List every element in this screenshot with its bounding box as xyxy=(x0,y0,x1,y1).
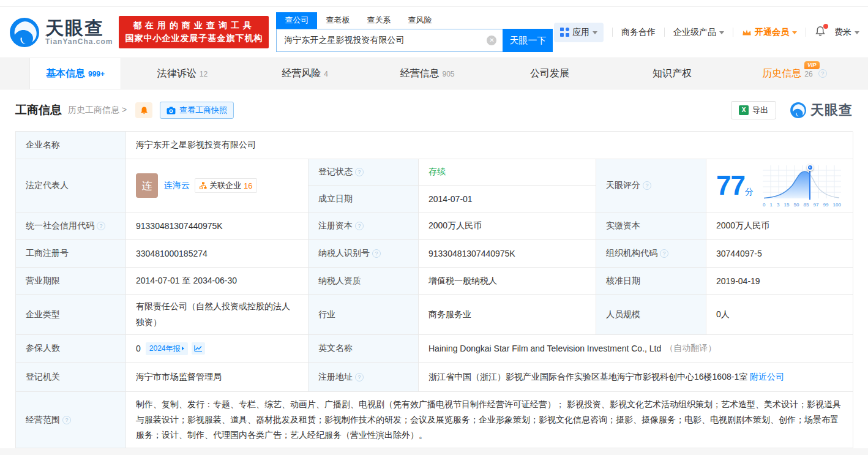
search-input-wrap: ✕ xyxy=(276,29,503,52)
search-button[interactable]: 天眼一下 xyxy=(503,29,553,52)
search-tab-boss[interactable]: 查老板 xyxy=(317,12,358,29)
watermark-text: 天眼查 xyxy=(810,101,853,119)
tab-count: 905 xyxy=(442,70,454,78)
main-content: 工商信息 历史工商信息 > 查看工商快照 X 导出 xyxy=(0,89,868,448)
tab-intellectual-property[interactable]: 知识产权 xyxy=(611,58,733,89)
field-value-paid-capital: 2000万人民币 xyxy=(706,212,853,240)
enterprise-menu[interactable]: 企业级产品 xyxy=(673,27,724,38)
help-icon[interactable]: ? xyxy=(643,181,651,190)
field-label-legal-representative: 法定代表人 xyxy=(16,159,126,212)
field-label-company-type: 企业类型 xyxy=(16,295,126,335)
slogan-line-1: 都在用的商业查询工具 xyxy=(125,20,263,31)
history-business-info-link[interactable]: 历史工商信息 > xyxy=(68,105,127,116)
export-button[interactable]: X 导出 xyxy=(731,101,776,119)
caret-down-icon xyxy=(593,31,597,34)
tianyancha-logo-icon xyxy=(9,17,40,48)
search-box: ✕ 天眼一下 xyxy=(276,29,553,52)
vip-badge: VIP xyxy=(804,61,820,69)
help-icon[interactable]: ? xyxy=(62,416,71,424)
field-label-org-code: 组织机构代码? xyxy=(596,240,706,268)
logo-title: 天眼查 xyxy=(45,19,113,37)
field-value-company-name: 海宁东开之星影视投资有限公司 xyxy=(126,132,853,159)
field-label-registration-number: 工商注册号 xyxy=(16,240,126,268)
header-menu: 应用 商务合作 企业级产品 开通会员 费米 xyxy=(554,23,859,42)
tab-count: 999+ xyxy=(88,70,105,78)
tab-label: 公司发展 xyxy=(530,67,569,80)
tab-company-development[interactable]: 公司发展 xyxy=(488,58,611,89)
field-value-org-code: 30744097-5 xyxy=(706,240,853,268)
cooperation-menu[interactable]: 商务合作 xyxy=(621,27,656,38)
tab-legal-proceedings[interactable]: 法律诉讼 12 xyxy=(121,58,244,89)
search-tab-risk[interactable]: 查风险 xyxy=(399,12,440,29)
field-label-credit-code: 统一社会信用代码? xyxy=(16,212,126,240)
search-input[interactable] xyxy=(277,36,503,45)
user-menu[interactable]: 费米 xyxy=(834,27,859,38)
search-tabs: 查公司 查老板 查关系 查风险 xyxy=(276,12,553,29)
help-icon[interactable]: ? xyxy=(372,249,381,258)
section-title: 工商信息 xyxy=(15,102,62,118)
field-value-business-scope: 制作、复制、发行：专题、专栏、综艺、动画片、广播剧、电视剧（凭有效广播电视节目制… xyxy=(126,392,853,448)
apps-label: 应用 xyxy=(572,27,589,38)
help-icon[interactable]: ? xyxy=(355,168,364,176)
legal-rep-avatar[interactable]: 连 xyxy=(136,173,158,198)
tab-history-info[interactable]: VIP 历史信息 26 ? xyxy=(733,58,856,89)
field-label-approval-date: 核准日期 xyxy=(596,268,706,295)
logo-domain: TianYanCha.com xyxy=(45,37,113,46)
score-chart-ticks: 0131550859799100 xyxy=(763,202,841,208)
field-value-legal-representative: 连 连海云 关联企业 16 xyxy=(126,159,309,212)
field-label-registration-authority: 登记机关 xyxy=(16,363,126,392)
annual-report-badge[interactable]: 2024年报 xyxy=(146,342,188,355)
field-label-tianyan-score: 天眼评分? xyxy=(596,159,706,212)
score-distribution-chart: 0131550859799100 xyxy=(763,164,841,208)
help-icon[interactable]: ? xyxy=(355,222,364,230)
tab-business-info[interactable]: 经营信息 905 xyxy=(366,58,488,89)
field-label-staff-size: 人员规模 xyxy=(596,295,706,335)
tab-basic-info[interactable]: 基本信息 999+ xyxy=(29,58,121,89)
subscribe-bell-button[interactable] xyxy=(135,102,152,118)
field-label-registration-status: 登记状态? xyxy=(309,159,419,186)
auto-translate-note: （自动翻译） xyxy=(665,343,716,354)
related-label: 关联企业 xyxy=(209,180,241,191)
search-tab-company[interactable]: 查公司 xyxy=(276,12,317,29)
search-tab-relation[interactable]: 查关系 xyxy=(358,12,399,29)
field-value-registration-status: 存续 xyxy=(419,159,596,186)
line-chart-icon xyxy=(194,345,203,352)
field-label-business-scope: 经营范围? xyxy=(16,392,126,448)
tab-business-risk[interactable]: 经营风险 4 xyxy=(244,58,366,89)
tab-label: 经营风险 xyxy=(282,67,321,80)
tab-label: 历史信息 xyxy=(762,67,801,80)
business-snapshot-button[interactable]: 查看工商快照 xyxy=(160,102,234,119)
nearby-companies-link[interactable]: 附近公司 xyxy=(750,372,784,383)
cooperation-label: 商务合作 xyxy=(621,27,656,38)
field-value-taxpayer-quality: 增值税一般纳税人 xyxy=(419,268,596,295)
help-icon[interactable]: ? xyxy=(355,373,364,382)
help-icon[interactable]: ? xyxy=(818,69,827,78)
tianyancha-logo[interactable]: 天眼查 TianYanCha.com xyxy=(9,17,113,48)
apps-menu[interactable]: 应用 xyxy=(554,23,604,42)
field-label-taxpayer-id: 纳税人识别号? xyxy=(309,240,419,268)
annual-report-label: 2024年报 xyxy=(149,344,181,354)
insured-trend-chart-button[interactable] xyxy=(192,342,205,355)
help-icon[interactable]: ? xyxy=(660,249,668,258)
site-header: 天眼查 TianYanCha.com 都在用的商业查询工具 国家中小企业发展子基… xyxy=(0,7,868,58)
tab-label: 基本信息 xyxy=(46,67,85,80)
grid-icon xyxy=(560,28,569,37)
notification-bell[interactable] xyxy=(815,26,826,39)
field-label-business-term: 营业期限 xyxy=(16,268,126,295)
related-companies-badge[interactable]: 关联企业 16 xyxy=(195,178,257,193)
field-value-taxpayer-id: 91330481307440975K xyxy=(419,240,596,268)
related-count: 16 xyxy=(244,181,252,190)
legal-rep-name-link[interactable]: 连海云 xyxy=(164,180,190,191)
divider xyxy=(733,28,733,37)
field-label-taxpayer-quality: 纳税人资质 xyxy=(309,268,419,295)
bell-icon xyxy=(140,106,149,115)
help-icon[interactable]: ? xyxy=(97,222,105,230)
vip-menu[interactable]: 开通会员 xyxy=(742,27,797,38)
score-pin-icon xyxy=(807,164,814,171)
tab-count: 12 xyxy=(200,70,208,78)
business-info-table: 企业名称 海宁东开之星影视投资有限公司 法定代表人 连 连海云 关联企业 16 … xyxy=(15,131,853,448)
field-label-establish-date: 成立日期 xyxy=(309,186,419,212)
field-label-industry: 行业 xyxy=(309,295,419,335)
score-unit: 分 xyxy=(745,187,753,197)
slogan-banner: 都在用的商业查询工具 国家中小企业发展子基金旗下机构 xyxy=(119,16,269,48)
